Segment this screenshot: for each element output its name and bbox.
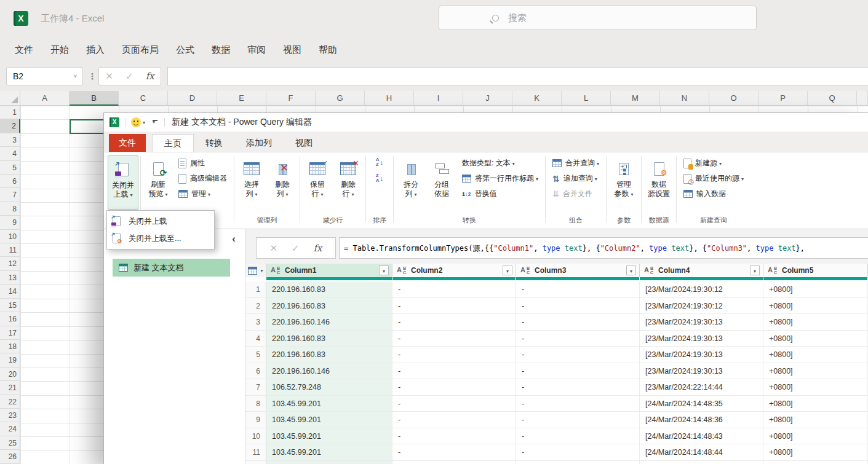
pq-tab-file[interactable]: 文件 [109, 134, 146, 152]
excel-row-header[interactable]: 6 [0, 175, 20, 188]
excel-row-header[interactable]: 12 [0, 257, 20, 270]
excel-column-header[interactable]: G [316, 91, 365, 106]
excel-column-header[interactable]: O [709, 91, 759, 106]
excel-row-header[interactable]: 4 [0, 147, 20, 160]
filter-button[interactable] [379, 265, 389, 275]
column-header-column4[interactable]: Column4 [640, 264, 763, 277]
excel-row-header[interactable]: 13 [0, 271, 20, 285]
use-first-row-headers-button[interactable]: 将第一行用作标题 [460, 172, 541, 185]
excel-column-header[interactable]: F [266, 91, 316, 106]
column-header-column2[interactable]: Column2 [392, 264, 516, 277]
excel-ribbon-tab[interactable]: 文件 [15, 44, 33, 56]
keep-rows-button[interactable]: 保留 行 [302, 155, 333, 199]
cancel-icon[interactable]: ✕ [105, 71, 113, 82]
menu-item-close-and-load[interactable]: 关闭并上载 [107, 213, 214, 230]
excel-row-header[interactable]: 22 [0, 395, 20, 409]
excel-row-header[interactable]: 26 [0, 450, 20, 463]
excel-column-header[interactable]: L [562, 91, 611, 106]
new-source-button[interactable]: 新建源 [681, 157, 746, 170]
remove-rows-button[interactable]: 删除 行 [333, 155, 364, 199]
excel-ribbon-tab[interactable]: 视图 [283, 44, 301, 56]
manage-button[interactable]: 管理 [176, 187, 229, 200]
excel-row-header[interactable]: 18 [0, 340, 20, 353]
excel-column-header[interactable]: N [660, 91, 709, 106]
excel-row-header[interactable]: 21 [0, 381, 20, 395]
merge-queries-button[interactable]: 合并查询 [550, 157, 602, 170]
remove-columns-button[interactable]: 删除 列 [267, 155, 298, 199]
advanced-editor-button[interactable]: 高级编辑器 [176, 172, 229, 185]
excel-column-header[interactable]: M [611, 91, 660, 106]
sort-ascending-icon[interactable] [376, 155, 383, 169]
excel-row-header[interactable]: 25 [0, 436, 20, 450]
data-source-settings-button[interactable]: 数据 源设置 [643, 155, 674, 199]
split-column-button[interactable]: 拆分 列 [396, 155, 426, 199]
excel-search-box[interactable]: 搜索 [439, 6, 757, 30]
excel-ribbon-tab[interactable]: 帮助 [319, 44, 337, 56]
excel-ribbon-tab[interactable]: 插入 [86, 44, 105, 56]
pq-tab-other[interactable]: 视图 [284, 134, 324, 152]
excel-row-header[interactable]: 17 [0, 326, 20, 340]
filter-button[interactable] [626, 265, 636, 275]
refresh-preview-button[interactable]: 刷新 预览 [143, 155, 173, 199]
cancel-icon[interactable]: ✕ [269, 243, 277, 254]
excel-column-header[interactable]: D [168, 91, 217, 106]
formula-input[interactable] [167, 67, 868, 85]
excel-column-header[interactable]: A [20, 91, 70, 106]
choose-columns-button[interactable]: 选择 列 [236, 155, 267, 199]
chevron-down-icon[interactable]: ▾ [143, 120, 145, 125]
close-and-load-button[interactable]: 关闭并 上载 [108, 155, 138, 210]
excel-column-header[interactable]: J [463, 91, 512, 106]
chevron-down-icon[interactable]: ˅ [74, 68, 77, 85]
collapse-pane-icon[interactable] [232, 234, 236, 244]
enter-icon[interactable]: ✓ [292, 243, 300, 254]
excel-column-header[interactable]: K [512, 91, 562, 106]
enter-icon[interactable]: ✓ [125, 71, 133, 82]
excel-row-header[interactable]: 24 [0, 422, 20, 436]
feedback-smiley-icon[interactable] [131, 117, 141, 127]
excel-column-header[interactable]: C [119, 91, 168, 106]
excel-column-header[interactable]: E [217, 91, 266, 106]
excel-column-header[interactable]: P [759, 91, 808, 106]
replace-values-button[interactable]: 替换值 [460, 187, 541, 200]
select-all-corner[interactable] [0, 91, 20, 106]
group-by-button[interactable]: 分组 依据 [426, 155, 457, 199]
customize-toolbar-icon[interactable] [151, 119, 159, 126]
more-options-icon[interactable]: ⋮ [88, 67, 97, 85]
excel-ribbon-tab[interactable]: 审阅 [247, 44, 266, 56]
excel-row-header[interactable]: 9 [0, 216, 20, 229]
excel-ribbon-tab[interactable]: 页面布局 [122, 44, 159, 56]
excel-row-header[interactable]: 15 [0, 299, 20, 312]
filter-button[interactable] [750, 265, 760, 275]
excel-row-header[interactable]: 7 [0, 188, 20, 202]
column-header-column5[interactable]: Column5 [763, 264, 868, 277]
name-box[interactable]: B2˅ [6, 67, 83, 85]
excel-row-header[interactable]: 5 [0, 161, 20, 175]
filter-button[interactable] [503, 265, 512, 275]
menu-item-close-and-load-to[interactable]: 关闭并上载至... [107, 230, 214, 247]
excel-row-header[interactable]: 2 [0, 119, 20, 133]
excel-row-header[interactable]: 20 [0, 368, 20, 381]
enter-data-button[interactable]: 输入数据 [681, 187, 746, 200]
query-list-item[interactable]: 新建 文本文档 [113, 259, 230, 277]
pq-tab-other[interactable]: 添加列 [234, 134, 284, 152]
excel-row-header[interactable]: 14 [0, 285, 20, 298]
column-header-column3[interactable]: Column3 [516, 264, 640, 277]
excel-row-header[interactable]: 1 [0, 106, 20, 119]
pq-tab-other[interactable]: 转换 [194, 134, 234, 152]
insert-function-icon[interactable]: fx [146, 71, 154, 82]
column-header-column1[interactable]: Column1 [266, 264, 392, 277]
append-queries-button[interactable]: 追加查询 [550, 172, 602, 185]
excel-row-header[interactable]: 11 [0, 243, 20, 257]
properties-button[interactable]: 属性 [176, 157, 229, 170]
excel-row-header[interactable]: 19 [0, 353, 20, 367]
excel-column-header[interactable]: B [70, 91, 119, 106]
excel-ribbon-tab[interactable]: 数据 [212, 44, 230, 56]
excel-ribbon-tab[interactable]: 开始 [50, 44, 69, 56]
pq-tab-home-active[interactable]: 主页 [152, 134, 194, 152]
data-type-button[interactable]: 数据类型: 文本 [460, 157, 541, 170]
excel-row-header[interactable]: 3 [0, 133, 20, 147]
sort-descending-icon[interactable] [376, 171, 383, 185]
excel-row-header[interactable]: 8 [0, 202, 20, 216]
excel-ribbon-tab[interactable]: 公式 [176, 44, 194, 56]
excel-row-header[interactable]: 10 [0, 230, 20, 243]
